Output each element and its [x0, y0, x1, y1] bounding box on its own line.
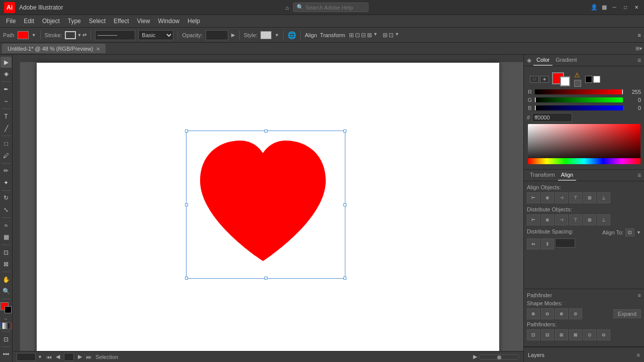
scale-tool[interactable]: ⤡	[1, 204, 12, 215]
menu-help[interactable]: Help	[183, 16, 204, 26]
curvature-tool[interactable]: ~	[1, 96, 12, 107]
play-btn[interactable]: ▶	[473, 353, 477, 360]
color-mode-rgb[interactable]: □	[530, 76, 539, 83]
align-vcenter-btn[interactable]: ⊞	[583, 192, 596, 203]
color-mode-btn[interactable]	[0, 322, 1, 329]
crop-btn[interactable]: ⊠	[569, 329, 582, 340]
next-page-btn[interactable]: ⏭	[86, 354, 91, 360]
selection-tool[interactable]: ▶	[1, 57, 12, 68]
opacity-more[interactable]: ▶	[231, 32, 235, 38]
stroke-swap[interactable]: ⇄	[82, 32, 86, 38]
zoom-control[interactable]: 48% ▼	[17, 353, 42, 361]
merge-btn[interactable]: ⊞	[555, 329, 568, 340]
line-tool[interactable]: ╱	[1, 123, 12, 134]
zoom-arrow[interactable]: ▼	[38, 354, 42, 359]
unite-btn[interactable]: ⊕	[527, 308, 540, 319]
tab-align[interactable]: Align	[558, 170, 576, 181]
prev-btn[interactable]: ◀	[56, 353, 60, 360]
home-icon[interactable]: ⌂	[286, 5, 289, 11]
fill-swatch[interactable]	[18, 31, 29, 39]
menu-edit[interactable]: Edit	[20, 16, 38, 26]
more-tools[interactable]: •••	[1, 349, 12, 360]
rect-tool[interactable]: □	[1, 138, 12, 149]
artboard-tool[interactable]: ⊡	[1, 247, 12, 258]
style-swatch[interactable]	[260, 31, 271, 39]
hex-input[interactable]	[532, 113, 572, 122]
search-input[interactable]	[306, 5, 361, 11]
blob-brush-tool[interactable]: ✦	[1, 177, 12, 188]
search-box[interactable]: 🔍	[293, 3, 369, 12]
rotate-tool[interactable]: ↻	[1, 193, 12, 204]
close-button[interactable]: ✕	[633, 4, 640, 11]
pencil-tool[interactable]: ✏	[1, 166, 12, 177]
tab-close-button[interactable]: ✕	[96, 46, 100, 52]
pathfinder-menu[interactable]: ≡	[638, 292, 641, 298]
exclude-btn[interactable]: ⊘	[569, 308, 582, 319]
style-arrow[interactable]: ▼	[274, 33, 279, 38]
divide-btn[interactable]: ⊡	[527, 329, 540, 340]
swap-colors[interactable]: ↔	[4, 316, 9, 321]
layers-tab[interactable]: Layers	[528, 352, 544, 358]
pen-tool[interactable]: ✒	[1, 84, 12, 95]
hand-tool[interactable]: ✋	[1, 274, 12, 285]
change-screen-mode[interactable]: ⊡	[1, 334, 12, 345]
menu-object[interactable]: Object	[38, 16, 64, 26]
transform-icon2[interactable]: ⊡	[389, 32, 394, 39]
next-btn[interactable]: ▶	[78, 353, 82, 360]
align-icon4[interactable]: ⊠	[367, 32, 372, 39]
eyedropper-tool[interactable]: 🖊	[1, 150, 12, 161]
opacity-input[interactable]: 100%	[206, 30, 228, 40]
trim-btn[interactable]: ⊟	[541, 329, 554, 340]
align-top-btn[interactable]: ⊤	[569, 192, 582, 203]
profile-select[interactable]: Basic	[138, 30, 173, 40]
fill-arrow[interactable]: ▼	[32, 33, 36, 38]
tab-transform[interactable]: Transform	[527, 170, 558, 181]
tab-gradient[interactable]: Gradient	[553, 55, 580, 66]
align-icon2[interactable]: ⊡	[355, 32, 360, 39]
menu-view[interactable]: View	[133, 16, 154, 26]
handle-mid-right[interactable]	[343, 203, 346, 206]
white-swatch[interactable]	[593, 76, 600, 83]
arrange-docs-btn[interactable]: ⊞▾	[635, 46, 642, 51]
align-more[interactable]: ▼	[373, 32, 378, 39]
intersect-btn[interactable]: ⊗	[555, 308, 568, 319]
handle-bottom-center[interactable]	[264, 277, 267, 280]
web-safe-icon[interactable]	[574, 80, 581, 87]
handle-bottom-left[interactable]	[185, 277, 188, 280]
zoom-tool[interactable]: 🔍	[1, 286, 12, 297]
stroke-swatch[interactable]	[65, 31, 76, 39]
type-tool[interactable]: T	[1, 111, 12, 122]
dist-bottom-btn[interactable]: ⊥	[597, 214, 610, 225]
expand-button[interactable]: Expand	[613, 309, 641, 318]
stroke-arrow[interactable]: ▼	[77, 33, 81, 38]
slice-tool[interactable]: ⊠	[1, 259, 12, 270]
color-picker-gradient[interactable]	[528, 124, 640, 164]
panel-options-btn[interactable]: ≡	[638, 32, 641, 38]
align-bottom-btn[interactable]: ⊥	[597, 192, 610, 203]
g-slider-thumb[interactable]	[535, 97, 536, 102]
outline-btn[interactable]: ⊙	[583, 329, 596, 340]
zoom-input[interactable]: 48%	[17, 353, 36, 361]
b-slider-thumb[interactable]	[535, 105, 536, 110]
stroke-width-input[interactable]	[95, 30, 135, 40]
r-slider-thumb[interactable]	[622, 89, 623, 94]
align-right-btn[interactable]: ⊣	[555, 192, 568, 203]
dist-right-btn[interactable]: ⊣	[555, 214, 568, 225]
handle-bottom-right[interactable]	[343, 277, 346, 280]
maximize-button[interactable]: □	[622, 4, 629, 11]
transform-more[interactable]: ▼	[395, 32, 399, 39]
align-left-btn[interactable]: ⊢	[527, 192, 540, 203]
black-swatch[interactable]	[585, 76, 592, 83]
menu-type[interactable]: Type	[64, 16, 85, 26]
align-hcenter-btn[interactable]: ⊕	[541, 192, 554, 203]
warning-icon[interactable]: ⚠	[574, 71, 581, 79]
hue-bar[interactable]	[528, 158, 640, 164]
menu-file[interactable]: File	[2, 16, 20, 26]
warp-tool[interactable]: ≈	[1, 220, 12, 231]
align-icon3[interactable]: ⊟	[361, 32, 366, 39]
menu-window[interactable]: Window	[154, 16, 183, 26]
dist-top-btn[interactable]: ⊤	[569, 214, 582, 225]
stroke-color-box[interactable]	[560, 76, 570, 86]
heart-shape[interactable]	[185, 131, 341, 276]
direct-selection-tool[interactable]: ◈	[1, 69, 12, 80]
